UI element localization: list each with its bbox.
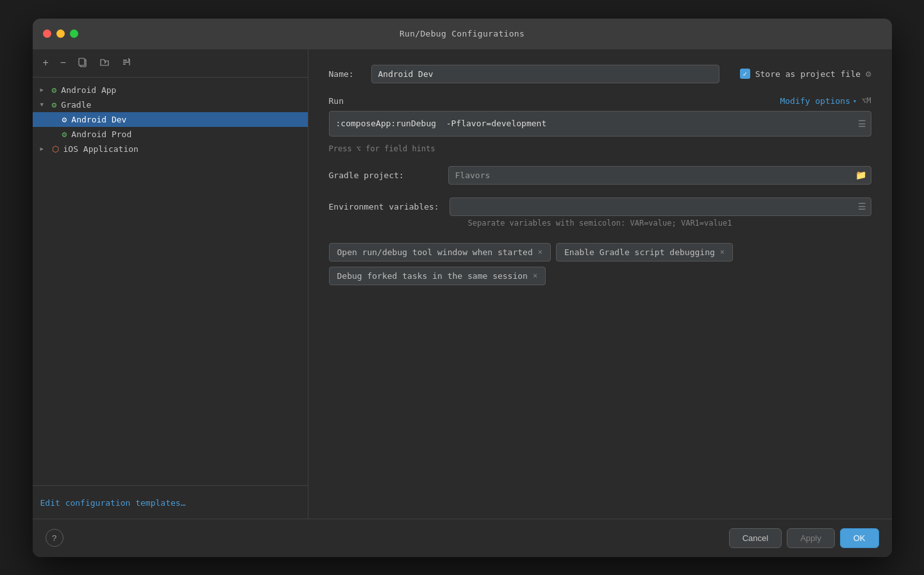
chevron-down-icon: ▼ <box>40 101 49 108</box>
gradle-project-browse-button[interactable]: 📁 <box>855 170 866 180</box>
help-button[interactable]: ? <box>46 529 63 547</box>
window-title: Run/Debug Configurations <box>399 29 525 38</box>
env-variables-input[interactable] <box>449 197 871 216</box>
env-variables-expand-button[interactable]: ☰ <box>858 201 866 212</box>
config-icon: ⚙ <box>62 129 67 139</box>
tree-item-android-prod[interactable]: ⚙ Android Prod <box>33 127 308 142</box>
bottom-bar: ? Cancel Apply OK <box>33 519 892 557</box>
chevron-down-icon: ▾ <box>853 97 857 104</box>
edit-configuration-templates-link[interactable]: Edit configuration templates… <box>40 498 186 508</box>
toolbar: + − <box>33 49 308 78</box>
run-section: Run Modify options ▾ ⌥M ☰ Press ⌥ for fi… <box>329 96 871 153</box>
env-variables-section: Environment variables: ☰ Separate variab… <box>329 197 871 228</box>
tree-item-label: Android Prod <box>71 129 131 139</box>
gear-icon[interactable]: ⚙ <box>866 69 871 79</box>
modify-options-label: Modify options <box>780 96 850 106</box>
tag-debug-forked-tasks: Debug forked tasks in the same session × <box>329 267 546 285</box>
run-debug-configurations-dialog: Run/Debug Configurations + − <box>33 19 892 557</box>
copy-configuration-button[interactable] <box>75 56 90 71</box>
tree-item-android-app[interactable]: ▶ ⚙ Android App <box>33 83 308 97</box>
name-row: Name: Store as project file ⚙ <box>329 65 871 83</box>
store-project-row: Store as project file ⚙ <box>740 69 871 79</box>
right-panel: Name: Store as project file ⚙ Run Modify… <box>308 49 892 519</box>
configuration-tree: ▶ ⚙ Android App ▼ ⚙ Gradle ⚙ Android Dev <box>33 78 308 485</box>
tag-close-button[interactable]: × <box>720 248 725 256</box>
run-field-hint: Press ⌥ for field hints <box>329 144 871 153</box>
run-command-expand-button[interactable]: ☰ <box>858 119 866 129</box>
title-bar: Run/Debug Configurations <box>33 19 892 49</box>
run-section-header: Run Modify options ▾ ⌥M <box>329 96 871 106</box>
tag-close-button[interactable]: × <box>538 248 542 256</box>
traffic-lights <box>43 29 78 38</box>
cancel-button[interactable]: Cancel <box>729 528 782 548</box>
tag-label: Enable Gradle script debugging <box>564 247 715 257</box>
chevron-right-icon: ▶ <box>40 146 49 152</box>
store-project-checkbox[interactable] <box>740 69 750 79</box>
add-configuration-button[interactable]: + <box>40 56 51 69</box>
gradle-project-label: Gradle project: <box>329 171 438 180</box>
env-variables-input-container: ☰ <box>449 197 871 216</box>
tree-item-android-dev[interactable]: ⚙ Android Dev <box>33 112 308 127</box>
remove-configuration-button[interactable]: − <box>58 56 69 69</box>
tree-item-label: Android Dev <box>71 115 126 124</box>
bottom-actions: Cancel Apply OK <box>729 528 879 548</box>
env-variables-row: Environment variables: ☰ <box>329 197 871 216</box>
ios-icon: ⬡ <box>52 144 59 154</box>
tag-enable-gradle-debug: Enable Gradle script debugging × <box>556 243 733 262</box>
tag-close-button[interactable]: × <box>533 272 537 279</box>
run-section-title: Run <box>329 96 344 106</box>
run-command-container: ☰ <box>329 111 871 137</box>
android-icon: ⚙ <box>52 85 57 95</box>
chevron-right-icon: ▶ <box>40 87 49 93</box>
env-variables-hint: Separate variables with semicolon: VAR=v… <box>329 219 871 228</box>
modify-options-shortcut: ⌥M <box>862 96 871 105</box>
name-label: Name: <box>329 69 361 79</box>
left-panel: + − <box>33 49 308 519</box>
main-content: + − <box>33 49 892 519</box>
close-window-button[interactable] <box>43 29 51 38</box>
gradle-project-row: Gradle project: 📁 <box>329 166 871 185</box>
minimize-window-button[interactable] <box>56 29 65 38</box>
maximize-window-button[interactable] <box>70 29 78 38</box>
tag-label: Open run/debug tool window when started <box>337 247 533 257</box>
tree-item-label: Android App <box>61 85 116 95</box>
run-command-input[interactable] <box>329 111 871 137</box>
gradle-project-input-container: 📁 <box>448 166 871 185</box>
svg-rect-1 <box>79 58 85 65</box>
tree-item-ios-application[interactable]: ▶ ⬡ iOS Application <box>33 142 308 156</box>
tree-item-label: Gradle <box>61 100 91 110</box>
gradle-icon: ⚙ <box>52 100 57 110</box>
tags-area: Open run/debug tool window when started … <box>329 243 871 285</box>
modify-options-button[interactable]: Modify options ▾ ⌥M <box>780 96 871 106</box>
tag-label: Debug forked tasks in the same session <box>337 271 528 281</box>
tree-item-label: iOS Application <box>63 144 139 154</box>
gradle-project-input[interactable] <box>448 166 871 185</box>
tree-item-gradle[interactable]: ▼ ⚙ Gradle <box>33 97 308 112</box>
ok-button[interactable]: OK <box>840 528 879 548</box>
sort-configurations-button[interactable] <box>119 56 134 71</box>
store-project-label: Store as project file <box>755 69 861 79</box>
move-to-group-button[interactable] <box>97 56 112 71</box>
name-input[interactable] <box>371 65 719 83</box>
env-variables-label: Environment variables: <box>329 202 439 212</box>
config-icon: ⚙ <box>62 115 67 124</box>
apply-button[interactable]: Apply <box>787 528 835 548</box>
tag-open-run-debug: Open run/debug tool window when started … <box>329 243 551 262</box>
edit-templates-section: Edit configuration templates… <box>33 485 308 519</box>
